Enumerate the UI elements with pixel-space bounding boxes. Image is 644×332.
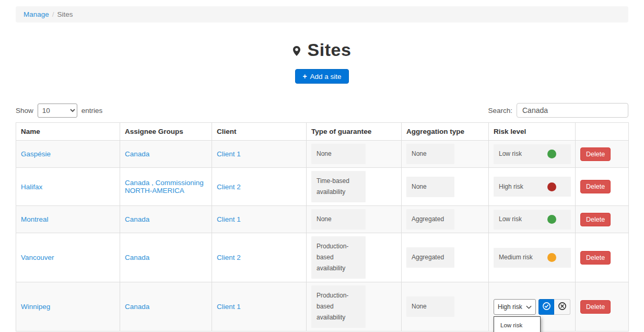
- check-circle-icon: [542, 302, 551, 312]
- search-input[interactable]: [517, 103, 628, 118]
- add-site-button-label: Add a site: [310, 73, 342, 81]
- chevron-down-icon: [526, 303, 532, 311]
- breadcrumb-current: Sites: [57, 10, 73, 18]
- risk-select-value: High risk: [498, 303, 522, 311]
- times-circle-icon: [558, 302, 567, 312]
- guarantee-value: Production-based availability: [311, 285, 366, 328]
- risk-options-dropdown: Low risk Medium risk High risk: [494, 316, 541, 332]
- site-name-link[interactable]: Winnipeg: [21, 303, 50, 311]
- risk-label: Medium risk: [499, 252, 533, 263]
- sites-table: Name Assignee Groups Client Type of guar…: [16, 122, 629, 331]
- map-marker-icon: [293, 40, 300, 60]
- page-title: Sites: [293, 40, 352, 60]
- delete-button[interactable]: Delete: [580, 213, 611, 226]
- breadcrumb-manage-link[interactable]: Manage: [24, 10, 49, 18]
- risk-level-field[interactable]: Low risk: [494, 144, 571, 164]
- assignee-groups-link[interactable]: Canada: [125, 254, 149, 261]
- client-link[interactable]: Client 1: [217, 303, 241, 311]
- plus-icon: +: [302, 72, 307, 81]
- site-name-link[interactable]: Halifax: [21, 183, 42, 191]
- assignee-groups-link[interactable]: Canada: [125, 150, 149, 158]
- header-actions: [576, 123, 629, 141]
- risk-select[interactable]: High risk: [494, 299, 536, 315]
- search-label: Search:: [488, 107, 512, 115]
- assignee-groups-link[interactable]: Canada: [125, 303, 149, 311]
- table-row-halifax: Halifax Canada , Commissioning NORTH-AME…: [16, 168, 629, 206]
- delete-button[interactable]: Delete: [580, 180, 611, 193]
- guarantee-value: None: [311, 144, 366, 164]
- delete-button[interactable]: Delete: [580, 147, 611, 161]
- risk-editor: High risk: [494, 299, 570, 315]
- header-assignee-groups[interactable]: Assignee Groups: [120, 123, 212, 141]
- aggregation-value: None: [406, 296, 454, 317]
- aggregation-value: Aggregated: [406, 247, 454, 268]
- table-row-gaspesie: Gaspésie Canada Client 1 None None Low r…: [16, 141, 629, 168]
- risk-indicator-dot: [547, 215, 556, 224]
- header-aggregation[interactable]: Aggregation type: [402, 123, 489, 141]
- risk-label: Low risk: [499, 214, 522, 225]
- site-name-link[interactable]: Vancouver: [21, 254, 54, 261]
- entries-label: entries: [81, 107, 103, 115]
- header-client[interactable]: Client: [212, 123, 307, 141]
- delete-button[interactable]: Delete: [580, 251, 611, 265]
- breadcrumb-separator: /: [52, 10, 54, 18]
- risk-level-field[interactable]: Medium risk: [494, 248, 571, 268]
- aggregation-value: None: [406, 144, 454, 164]
- risk-label: Low risk: [499, 148, 522, 159]
- client-link[interactable]: Client 1: [217, 215, 241, 223]
- header-risk[interactable]: Risk level: [489, 123, 576, 141]
- client-link[interactable]: Client 2: [217, 183, 241, 191]
- confirm-risk-button[interactable]: [538, 299, 555, 315]
- site-name-link[interactable]: Gaspésie: [21, 150, 51, 158]
- guarantee-value: Production-based availability: [311, 236, 366, 279]
- site-name-link[interactable]: Montreal: [21, 215, 49, 223]
- cancel-risk-button[interactable]: [554, 299, 570, 315]
- risk-option-low[interactable]: Low risk: [494, 317, 540, 332]
- client-link[interactable]: Client 1: [217, 150, 241, 158]
- page-title-text: Sites: [308, 40, 352, 60]
- header-name[interactable]: Name: [16, 123, 120, 141]
- risk-indicator-dot: [547, 182, 556, 191]
- risk-level-field[interactable]: High risk: [494, 177, 571, 197]
- table-row-montreal: Montreal Canada Client 1 None Aggregated…: [16, 206, 629, 233]
- client-link[interactable]: Client 2: [217, 254, 241, 261]
- guarantee-value: Time-based availability: [311, 171, 366, 202]
- risk-indicator-dot: [547, 150, 556, 158]
- risk-label: High risk: [499, 181, 523, 192]
- assignee-groups-link[interactable]: Canada , Commissioning NORTH-AMERICA: [125, 179, 204, 194]
- risk-level-field[interactable]: Low risk: [494, 210, 571, 230]
- show-label: Show: [16, 107, 33, 115]
- add-site-button[interactable]: +Add a site: [295, 69, 348, 84]
- table-row-winnipeg: Winnipeg Canada Client 1 Production-base…: [16, 282, 629, 331]
- assignee-groups-link[interactable]: Canada: [125, 215, 149, 223]
- aggregation-value: Aggregated: [406, 209, 454, 230]
- guarantee-value: None: [311, 209, 366, 230]
- table-row-vancouver: Vancouver Canada Client 2 Production-bas…: [16, 233, 629, 282]
- page-size-select[interactable]: 10: [38, 104, 77, 118]
- header-guarantee[interactable]: Type of guarantee: [307, 123, 402, 141]
- risk-indicator-dot: [547, 253, 556, 262]
- aggregation-value: None: [406, 177, 454, 197]
- table-header-row: Name Assignee Groups Client Type of guar…: [16, 123, 629, 141]
- breadcrumb: Manage/Sites: [16, 6, 628, 22]
- delete-button[interactable]: Delete: [580, 300, 611, 314]
